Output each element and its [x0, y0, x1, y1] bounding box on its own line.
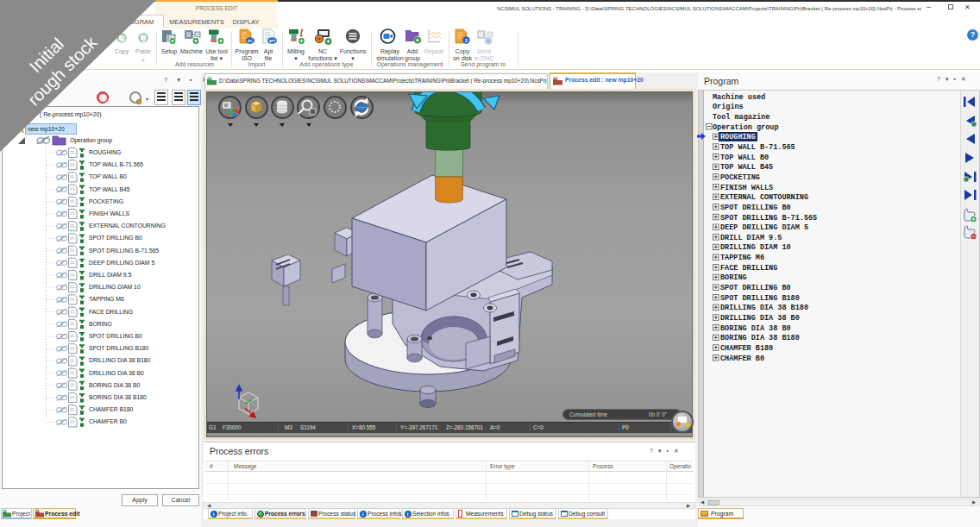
- svg-text:2: 2: [465, 38, 468, 43]
- svg-text:APT: APT: [269, 40, 276, 43]
- svg-text:NC: NC: [248, 39, 253, 43]
